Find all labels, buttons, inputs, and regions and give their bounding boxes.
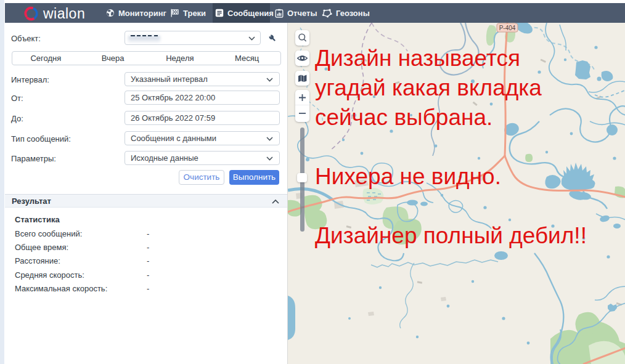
svg-text:Р-404: Р-404	[499, 25, 516, 31]
